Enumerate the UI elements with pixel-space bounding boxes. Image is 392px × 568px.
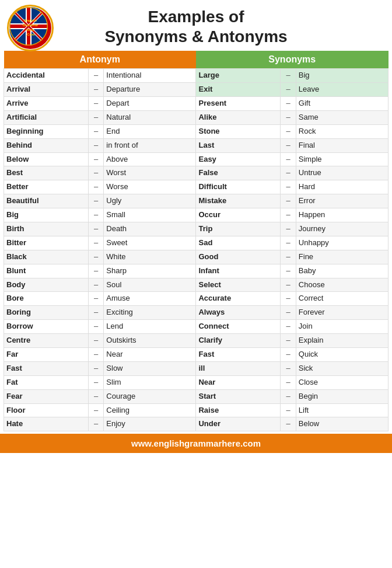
synonym-word: Large: [196, 69, 281, 83]
antonym-value: Enjoy: [104, 417, 196, 431]
antonym-value: Small: [104, 208, 196, 222]
synonym-value: Big: [296, 69, 388, 83]
synonym-value: Forever: [296, 306, 388, 320]
synonym-word: ill: [196, 361, 281, 375]
antonym-value: Ugly: [104, 194, 196, 208]
table-row: Beautiful – Ugly Mistake – Error: [4, 194, 388, 208]
antonym-word: Big: [4, 208, 89, 222]
antonym-value: Natural: [104, 110, 196, 124]
synonym-dash: –: [281, 194, 296, 208]
antonym-dash: –: [88, 152, 103, 166]
header-section: EnglishGrammarHere.Com Examples of Synon…: [0, 0, 392, 51]
antonym-word: Better: [4, 180, 89, 194]
antonym-value: Near: [104, 348, 196, 362]
antonym-dash: –: [88, 250, 103, 264]
synonym-dash: –: [281, 389, 296, 403]
table-row: Hate – Enjoy Under – Below: [4, 417, 388, 431]
table-row: Fast – Slow ill – Sick: [4, 361, 388, 375]
antonym-value: Departure: [104, 83, 196, 97]
antonym-header: Antonym: [4, 51, 196, 69]
synonym-word: Under: [196, 417, 281, 431]
synonym-value: Close: [296, 375, 388, 389]
synonym-value: Untrue: [296, 166, 388, 180]
table-row: Bore – Amuse Accurate – Correct: [4, 292, 388, 306]
synonym-value: Lift: [296, 403, 388, 417]
antonym-word: Accidental: [4, 69, 89, 83]
synonym-dash: –: [281, 138, 296, 152]
synonym-value: Baby: [296, 264, 388, 278]
synonym-dash: –: [281, 361, 296, 375]
antonym-word: Artificial: [4, 110, 89, 124]
synonym-word: Near: [196, 375, 281, 389]
table-row: Far – Near Fast – Quick: [4, 348, 388, 362]
antonym-word: Beautiful: [4, 194, 89, 208]
synonym-word: Alike: [196, 110, 281, 124]
synonym-value: Simple: [296, 152, 388, 166]
table-row: Black – White Good – Fine: [4, 250, 388, 264]
synonym-dash: –: [281, 417, 296, 431]
synonym-dash: –: [281, 236, 296, 250]
antonym-dash: –: [88, 236, 103, 250]
synonym-word: Sad: [196, 236, 281, 250]
antonym-word: Hate: [4, 417, 89, 431]
antonym-dash: –: [88, 222, 103, 236]
antonym-word: Arrival: [4, 83, 89, 97]
synonym-dash: –: [281, 83, 296, 97]
antonym-value: Intentional: [104, 69, 196, 83]
synonym-word: Exit: [196, 83, 281, 97]
synonym-dash: –: [281, 69, 296, 83]
table-row: Centre – Outskirts Clarify – Explain: [4, 334, 388, 348]
table-row: Fear – Courage Start – Begin: [4, 389, 388, 403]
antonym-dash: –: [88, 375, 103, 389]
synonym-dash: –: [281, 306, 296, 320]
antonym-value: End: [104, 124, 196, 138]
antonym-word: Arrive: [4, 96, 89, 110]
synonym-dash: –: [281, 348, 296, 362]
table-row: Accidental – Intentional Large – Big: [4, 69, 388, 83]
antonym-dash: –: [88, 348, 103, 362]
antonym-word: Far: [4, 348, 89, 362]
synonym-value: Happen: [296, 208, 388, 222]
synonym-dash: –: [281, 96, 296, 110]
antonym-value: in front of: [104, 138, 196, 152]
antonym-dash: –: [88, 306, 103, 320]
title-line2: Synonyms & Antonyms: [6, 27, 386, 47]
synonym-dash: –: [281, 334, 296, 348]
antonym-dash: –: [88, 417, 103, 431]
title-block: Examples of Synonyms & Antonyms: [6, 7, 386, 46]
antonym-dash: –: [88, 292, 103, 306]
synonym-value: Explain: [296, 334, 388, 348]
synonym-word: Connect: [196, 320, 281, 334]
synonym-word: Fast: [196, 348, 281, 362]
antonym-dash: –: [88, 69, 103, 83]
table-row: Arrive – Depart Present – Gift: [4, 96, 388, 110]
synonym-value: Sick: [296, 361, 388, 375]
synonym-word: Always: [196, 306, 281, 320]
synonym-dash: –: [281, 320, 296, 334]
synonym-dash: –: [281, 278, 296, 292]
synonym-word: Stone: [196, 124, 281, 138]
antonym-dash: –: [88, 334, 103, 348]
synonym-value: Begin: [296, 389, 388, 403]
antonym-word: Black: [4, 250, 89, 264]
table-row: Big – Small Occur – Happen: [4, 208, 388, 222]
antonym-word: Centre: [4, 334, 89, 348]
synonym-word: Infant: [196, 264, 281, 278]
table-row: Bitter – Sweet Sad – Unhappy: [4, 236, 388, 250]
synonym-dash: –: [281, 180, 296, 194]
title-line1: Examples of: [6, 7, 386, 27]
table-row: Below – Above Easy – Simple: [4, 152, 388, 166]
antonym-value: Depart: [104, 96, 196, 110]
antonym-word: Fear: [4, 389, 89, 403]
synonym-dash: –: [281, 208, 296, 222]
synonym-value: Same: [296, 110, 388, 124]
antonym-word: Blunt: [4, 264, 89, 278]
antonym-value: Worse: [104, 180, 196, 194]
synonym-dash: –: [281, 292, 296, 306]
synonym-dash: –: [281, 264, 296, 278]
table-row: Beginning – End Stone – Rock: [4, 124, 388, 138]
table-row: Birth – Death Trip – Journey: [4, 222, 388, 236]
footer-url: www.englishgrammarhere.com: [131, 438, 261, 448]
antonym-word: Boring: [4, 306, 89, 320]
antonym-word: Borrow: [4, 320, 89, 334]
